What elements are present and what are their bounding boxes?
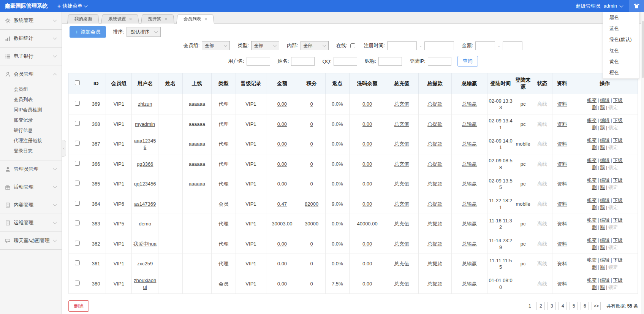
sidebar-item-3[interactable]: 会员管理 [0,65,62,83]
theme-option-1[interactable]: 蓝色 [603,23,639,34]
amount-link[interactable]: 30003.00 [272,221,292,227]
wash-balance-link[interactable]: 0.00 [362,141,372,147]
action-link-帐变[interactable]: 帐变 [587,278,597,283]
wash-balance-link[interactable]: 0.00 [362,261,372,266]
action-link-下级[interactable]: 下级 [613,238,623,243]
recharge-link[interactable]: 总充值 [394,281,409,287]
action-link-下级[interactable]: 下级 [613,178,623,183]
quick-menu-button[interactable]: + 快捷菜单 [57,3,87,10]
wash-balance-link[interactable]: 0.00 [362,201,372,207]
wash-balance-link[interactable]: 0.00 [362,241,372,247]
action-link-编辑[interactable]: 编辑 [600,278,610,283]
action-link-帐变[interactable]: 帐变 [587,158,597,163]
action-link-删[interactable]: 删 [592,185,597,190]
action-link-踢[interactable]: 踢 [600,125,605,130]
action-link-帐变[interactable]: 帐变 [587,118,597,123]
amount-link[interactable]: 0.00 [277,141,287,147]
page-button-2[interactable]: 2 [536,302,545,310]
winlose-link[interactable]: 总输赢 [462,121,477,127]
action-link-踢[interactable]: 踢 [600,245,605,250]
username-link[interactable]: qq123456 [134,181,156,187]
points-link[interactable]: 30000 [305,221,318,227]
winlose-link[interactable]: 总输赢 [462,281,477,287]
amount-link[interactable]: 0.00 [277,101,287,107]
username-link[interactable]: myadmin [135,121,155,127]
row-checkbox[interactable] [75,260,80,265]
amount-link[interactable]: 0.00 [277,121,287,127]
points-link[interactable]: 82000 [305,201,318,207]
row-checkbox[interactable] [75,181,80,186]
group-filter-select[interactable]: 全部 [202,41,230,50]
row-checkbox[interactable] [75,121,80,126]
action-link-下级[interactable]: 下级 [613,217,623,223]
theme-option-4[interactable]: 黄色 [603,56,639,67]
action-link-删[interactable]: 删 [592,165,597,170]
ip-input[interactable] [428,57,451,66]
withdraw-link[interactable]: 总提款 [427,181,442,187]
profile-link[interactable]: 资料 [557,121,567,127]
sidebar-item-1[interactable]: 数据统计 [0,30,62,47]
profile-link[interactable]: 资料 [557,221,567,227]
internal-filter-select[interactable]: 全部 [301,41,329,50]
action-link-删[interactable]: 删 [592,105,597,110]
points-link[interactable]: 0 [310,121,313,127]
points-link[interactable]: 0 [310,101,313,107]
username-link[interactable]: 我爱中hua [133,241,157,247]
page-button-6[interactable]: 6 [581,302,589,310]
winlose-link[interactable]: 总输赢 [462,221,477,227]
username-link[interactable]: demo [139,221,151,227]
action-link-下级[interactable]: 下级 [613,278,623,283]
action-link-删[interactable]: 删 [592,125,597,130]
sidebar-item-8[interactable]: 聊天室/动画管理 [0,232,62,249]
sidebar-collapse-handle[interactable]: ‹ [62,140,66,157]
points-link[interactable]: 0 [310,141,313,147]
action-link-删[interactable]: 删 [592,225,597,230]
winlose-link[interactable]: 总输赢 [462,201,477,207]
action-link-踢[interactable]: 踢 [600,285,605,290]
sidebar-item-0[interactable]: 系统管理 [0,12,62,29]
action-link-编辑[interactable]: 编辑 [600,158,610,163]
action-link-删[interactable]: 删 [592,265,597,270]
action-link-编辑[interactable]: 编辑 [600,198,610,203]
vertical-scrollbar[interactable] [641,12,644,314]
username-link[interactable]: qq3366 [137,161,153,167]
profile-link[interactable]: 资料 [557,161,567,167]
action-link-帐变[interactable]: 帐变 [587,257,597,263]
action-link-删[interactable]: 删 [592,285,597,290]
row-checkbox[interactable] [75,101,80,106]
username-link[interactable]: aaa123456 [134,138,156,151]
action-link-编辑[interactable]: 编辑 [600,238,610,243]
action-link-删[interactable]: 删 [592,205,597,210]
row-checkbox[interactable] [75,281,80,285]
action-link-帐变[interactable]: 帐变 [587,217,597,223]
username-input[interactable] [247,57,270,66]
withdraw-link[interactable]: 总提款 [427,161,442,167]
recharge-link[interactable]: 总充值 [394,221,409,227]
action-link-下级[interactable]: 下级 [613,98,623,103]
action-link-踢[interactable]: 踢 [600,225,605,230]
wash-balance-link[interactable]: 0.00 [362,161,372,167]
username-link[interactable]: as147369 [134,201,156,207]
sidebar-subitem-3-4[interactable]: 银行信息 [0,125,62,136]
profile-link[interactable]: 资料 [557,141,567,147]
profile-link[interactable]: 资料 [557,181,567,187]
online-checkbox[interactable] [350,43,355,48]
profile-link[interactable]: 资料 [557,261,567,266]
regtime-end-input[interactable] [424,41,454,50]
winlose-link[interactable]: 总输赢 [462,261,477,266]
sidebar-item-5[interactable]: 活动管理 [0,178,62,196]
amount-link[interactable]: 0.00 [277,161,287,167]
recharge-link[interactable]: 总充值 [394,201,409,207]
recharge-link[interactable]: 总充值 [394,261,409,266]
sidebar-item-2[interactable]: 电子银行 [0,48,62,65]
withdraw-link[interactable]: 总提款 [427,201,442,207]
row-checkbox[interactable] [75,141,80,146]
row-checkbox[interactable] [75,161,80,166]
wash-balance-link[interactable]: 40000.00 [357,221,377,227]
action-link-帐变[interactable]: 帐变 [587,98,597,103]
action-link-删[interactable]: 删 [592,145,597,150]
amount-min-input[interactable] [475,41,495,50]
scrollbar-thumb[interactable] [642,21,644,78]
action-link-踢[interactable]: 踢 [600,265,605,270]
action-link-下级[interactable]: 下级 [613,198,623,203]
